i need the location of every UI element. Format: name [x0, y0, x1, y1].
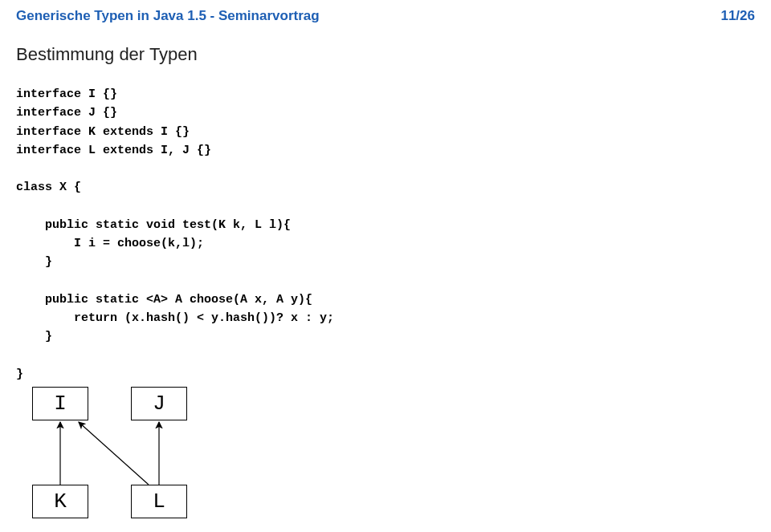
code-block: interface I {} interface J {} interface …: [0, 65, 771, 384]
diagram-label: K: [54, 489, 67, 514]
code-line: public static <A> A choose(A x, A y){: [16, 293, 312, 307]
code-line: return (x.hash() < y.hash())? x : y;: [16, 311, 334, 325]
diagram-box-i: I: [32, 387, 88, 420]
header-page-number: 11/26: [720, 8, 755, 24]
code-line: I i = choose(k,l);: [16, 237, 204, 250]
diagram-label: I: [54, 392, 67, 416]
code-line: interface J {}: [16, 106, 117, 120]
code-line: }: [16, 368, 23, 381]
code-line: interface L extends I, J {}: [16, 144, 211, 157]
code-line: interface K extends I {}: [16, 125, 190, 139]
slide-subtitle: Bestimmung der Typen: [0, 24, 771, 65]
svg-line-1: [79, 422, 149, 485]
code-line: }: [16, 255, 52, 269]
header-title: Generische Typen in Java 1.5 - Seminarvo…: [16, 8, 320, 24]
page-header: Generische Typen in Java 1.5 - Seminarvo…: [0, 0, 771, 24]
type-hierarchy-diagram: I J K L: [16, 387, 257, 523]
code-line: }: [16, 330, 52, 343]
diagram-box-l: L: [131, 485, 187, 518]
code-line: interface I {}: [16, 87, 117, 101]
code-line: public static void test(K k, L l){: [16, 218, 291, 232]
diagram-label: J: [153, 392, 165, 416]
diagram-label: L: [153, 489, 165, 514]
diagram-box-j: J: [131, 387, 187, 420]
diagram-box-k: K: [32, 485, 88, 518]
code-line: class X {: [16, 181, 81, 194]
